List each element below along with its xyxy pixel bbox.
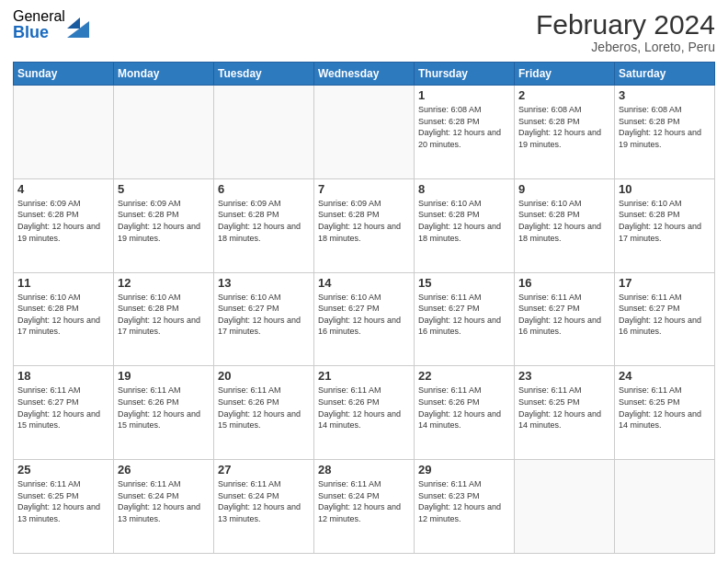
table-row: [114, 86, 214, 179]
day-info: Sunrise: 6:10 AM Sunset: 6:28 PM Dayligh…: [518, 198, 610, 244]
table-row: 24Sunrise: 6:11 AM Sunset: 6:25 PM Dayli…: [615, 366, 715, 460]
month-title: February 2024: [536, 9, 715, 40]
day-number: 10: [619, 182, 711, 196]
table-row: [615, 460, 715, 554]
day-number: 11: [17, 276, 109, 290]
day-number: 20: [218, 369, 310, 383]
day-number: 6: [218, 182, 310, 196]
table-row: 8Sunrise: 6:10 AM Sunset: 6:28 PM Daylig…: [415, 178, 515, 272]
day-number: 13: [218, 276, 310, 290]
day-info: Sunrise: 6:10 AM Sunset: 6:28 PM Dayligh…: [17, 292, 109, 338]
day-number: 7: [318, 182, 410, 196]
day-number: 22: [418, 369, 510, 383]
table-row: 23Sunrise: 6:11 AM Sunset: 6:25 PM Dayli…: [515, 366, 615, 460]
day-number: 5: [118, 182, 210, 196]
logo-text: General Blue: [13, 9, 65, 40]
table-row: 9Sunrise: 6:10 AM Sunset: 6:28 PM Daylig…: [515, 178, 615, 272]
header: General Blue February 2024 Jeberos, Lore…: [13, 9, 715, 54]
day-info: Sunrise: 6:11 AM Sunset: 6:24 PM Dayligh…: [218, 478, 310, 524]
table-row: 6Sunrise: 6:09 AM Sunset: 6:28 PM Daylig…: [214, 178, 314, 272]
table-row: 28Sunrise: 6:11 AM Sunset: 6:24 PM Dayli…: [314, 460, 415, 554]
day-info: Sunrise: 6:08 AM Sunset: 6:28 PM Dayligh…: [418, 104, 510, 150]
table-row: 10Sunrise: 6:10 AM Sunset: 6:28 PM Dayli…: [615, 178, 715, 272]
day-info: Sunrise: 6:08 AM Sunset: 6:28 PM Dayligh…: [518, 104, 610, 150]
table-row: 19Sunrise: 6:11 AM Sunset: 6:26 PM Dayli…: [114, 366, 214, 460]
header-thursday: Thursday: [415, 63, 515, 86]
day-info: Sunrise: 6:11 AM Sunset: 6:23 PM Dayligh…: [418, 478, 510, 524]
day-info: Sunrise: 6:11 AM Sunset: 6:27 PM Dayligh…: [619, 292, 711, 338]
table-row: [214, 86, 314, 179]
day-info: Sunrise: 6:11 AM Sunset: 6:24 PM Dayligh…: [318, 478, 410, 524]
day-info: Sunrise: 6:10 AM Sunset: 6:28 PM Dayligh…: [118, 292, 210, 338]
day-info: Sunrise: 6:10 AM Sunset: 6:28 PM Dayligh…: [619, 198, 711, 244]
table-row: 2Sunrise: 6:08 AM Sunset: 6:28 PM Daylig…: [515, 86, 615, 179]
table-row: 1Sunrise: 6:08 AM Sunset: 6:28 PM Daylig…: [415, 86, 515, 179]
table-row: 15Sunrise: 6:11 AM Sunset: 6:27 PM Dayli…: [415, 272, 515, 366]
day-info: Sunrise: 6:09 AM Sunset: 6:28 PM Dayligh…: [118, 198, 210, 244]
table-row: 25Sunrise: 6:11 AM Sunset: 6:25 PM Dayli…: [14, 460, 114, 554]
logo-general: General: [13, 9, 65, 24]
day-info: Sunrise: 6:08 AM Sunset: 6:28 PM Dayligh…: [619, 104, 711, 150]
day-number: 1: [418, 88, 510, 102]
table-row: 5Sunrise: 6:09 AM Sunset: 6:28 PM Daylig…: [114, 178, 214, 272]
table-row: 29Sunrise: 6:11 AM Sunset: 6:23 PM Dayli…: [415, 460, 515, 554]
table-row: 11Sunrise: 6:10 AM Sunset: 6:28 PM Dayli…: [14, 272, 114, 366]
table-row: 27Sunrise: 6:11 AM Sunset: 6:24 PM Dayli…: [214, 460, 314, 554]
location: Jeberos, Loreto, Peru: [536, 40, 715, 54]
table-row: 13Sunrise: 6:10 AM Sunset: 6:27 PM Dayli…: [214, 272, 314, 366]
table-row: 7Sunrise: 6:09 AM Sunset: 6:28 PM Daylig…: [314, 178, 415, 272]
title-section: February 2024 Jeberos, Loreto, Peru: [536, 9, 715, 54]
day-info: Sunrise: 6:11 AM Sunset: 6:26 PM Dayligh…: [118, 385, 210, 431]
day-number: 8: [418, 182, 510, 196]
header-sunday: Sunday: [14, 63, 114, 86]
table-row: 21Sunrise: 6:11 AM Sunset: 6:26 PM Dayli…: [314, 366, 415, 460]
day-number: 18: [17, 369, 109, 383]
day-number: 21: [318, 369, 410, 383]
table-row: 4Sunrise: 6:09 AM Sunset: 6:28 PM Daylig…: [14, 178, 114, 272]
day-number: 12: [118, 276, 210, 290]
table-row: 17Sunrise: 6:11 AM Sunset: 6:27 PM Dayli…: [615, 272, 715, 366]
table-row: [314, 86, 415, 179]
table-row: 16Sunrise: 6:11 AM Sunset: 6:27 PM Dayli…: [515, 272, 615, 366]
day-number: 3: [619, 88, 711, 102]
calendar-table: Sunday Monday Tuesday Wednesday Thursday…: [13, 62, 715, 554]
header-monday: Monday: [114, 63, 214, 86]
day-number: 26: [118, 463, 210, 477]
day-info: Sunrise: 6:09 AM Sunset: 6:28 PM Dayligh…: [17, 198, 109, 244]
page: General Blue February 2024 Jeberos, Lore…: [0, 0, 728, 563]
day-info: Sunrise: 6:11 AM Sunset: 6:25 PM Dayligh…: [518, 385, 610, 431]
day-info: Sunrise: 6:10 AM Sunset: 6:27 PM Dayligh…: [218, 292, 310, 338]
header-wednesday: Wednesday: [314, 63, 415, 86]
day-info: Sunrise: 6:11 AM Sunset: 6:27 PM Dayligh…: [418, 292, 510, 338]
day-number: 14: [318, 276, 410, 290]
day-info: Sunrise: 6:10 AM Sunset: 6:28 PM Dayligh…: [418, 198, 510, 244]
calendar-header: Sunday Monday Tuesday Wednesday Thursday…: [14, 63, 715, 86]
day-number: 23: [518, 369, 610, 383]
day-info: Sunrise: 6:11 AM Sunset: 6:25 PM Dayligh…: [17, 478, 109, 524]
logo: General Blue: [13, 9, 89, 40]
day-number: 25: [17, 463, 109, 477]
day-info: Sunrise: 6:09 AM Sunset: 6:28 PM Dayligh…: [218, 198, 310, 244]
header-friday: Friday: [515, 63, 615, 86]
day-number: 29: [418, 463, 510, 477]
table-row: [515, 460, 615, 554]
calendar-body: 1Sunrise: 6:08 AM Sunset: 6:28 PM Daylig…: [14, 86, 715, 554]
table-row: 26Sunrise: 6:11 AM Sunset: 6:24 PM Dayli…: [114, 460, 214, 554]
table-row: [14, 86, 114, 179]
logo-blue: Blue: [13, 24, 65, 40]
logo-icon: [67, 12, 89, 38]
day-info: Sunrise: 6:11 AM Sunset: 6:26 PM Dayligh…: [218, 385, 310, 431]
day-number: 2: [518, 88, 610, 102]
day-number: 17: [619, 276, 711, 290]
day-info: Sunrise: 6:09 AM Sunset: 6:28 PM Dayligh…: [318, 198, 410, 244]
day-number: 4: [17, 182, 109, 196]
svg-marker-1: [67, 17, 80, 29]
day-number: 24: [619, 369, 711, 383]
table-row: 18Sunrise: 6:11 AM Sunset: 6:27 PM Dayli…: [14, 366, 114, 460]
day-number: 27: [218, 463, 310, 477]
day-info: Sunrise: 6:11 AM Sunset: 6:27 PM Dayligh…: [17, 385, 109, 431]
table-row: 20Sunrise: 6:11 AM Sunset: 6:26 PM Dayli…: [214, 366, 314, 460]
table-row: 14Sunrise: 6:10 AM Sunset: 6:27 PM Dayli…: [314, 272, 415, 366]
header-saturday: Saturday: [615, 63, 715, 86]
table-row: 3Sunrise: 6:08 AM Sunset: 6:28 PM Daylig…: [615, 86, 715, 179]
